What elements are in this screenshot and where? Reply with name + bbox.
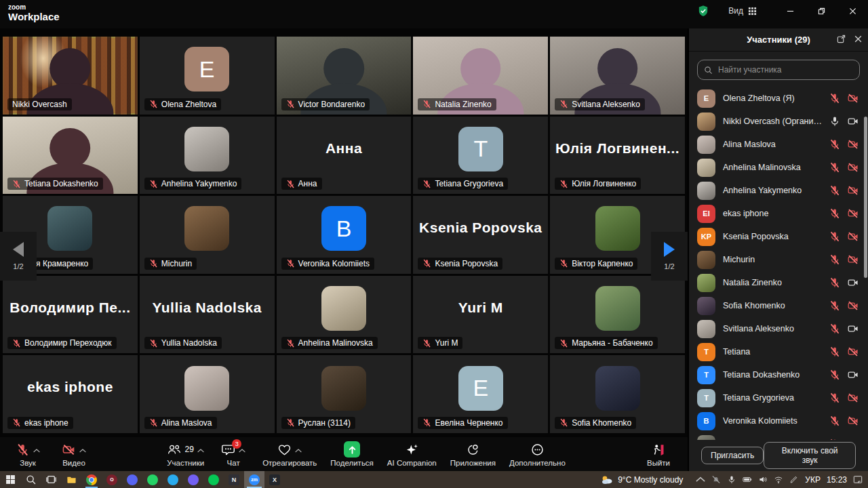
taskbar-snip-icon[interactable]: X <box>264 471 285 488</box>
toolbar-react-button[interactable]: Отреагировать <box>262 441 317 467</box>
toolbar-share-button[interactable]: Поделиться <box>330 441 374 467</box>
participant-tile[interactable]: Svitlana Aleksenko <box>550 37 685 115</box>
restore-button[interactable] <box>806 0 837 22</box>
participant-tile[interactable]: Nikki Overcash <box>3 37 138 115</box>
participant-tile[interactable]: Victor Bondarenko <box>277 37 412 115</box>
participant-row[interactable]: EIekas iphone <box>689 202 868 225</box>
participant-row[interactable]: TTetiana Dokashenko <box>689 363 868 386</box>
taskbar-whatsapp-icon[interactable] <box>142 471 163 488</box>
display-name: Yullia Nadolska <box>140 276 275 340</box>
toolbar-apps-button[interactable]: Приложения <box>450 441 496 467</box>
participant-tile[interactable]: Tetiana Dokashenko <box>3 117 138 195</box>
battery-icon[interactable] <box>743 475 752 484</box>
taskbar-file-explorer-icon[interactable] <box>61 471 81 488</box>
participant-name: Anhelina Yakymenko <box>161 179 237 188</box>
chevron-up-icon[interactable] <box>33 443 40 455</box>
mic-muted-icon <box>829 185 840 196</box>
toolbar-ai-button[interactable]: AI Companion <box>387 441 437 467</box>
participant-row[interactable]: Anhelina Yakymenko <box>689 179 868 202</box>
participant-row[interactable]: BVeronika Kolomiiets <box>689 409 868 432</box>
network-icon[interactable] <box>774 475 783 484</box>
unmute-self-button[interactable]: Включить свой звук <box>764 442 856 469</box>
participant-tile[interactable]: Володимир Пе...Володимир Переходюк <box>3 276 138 354</box>
chevron-up-icon[interactable] <box>696 475 705 484</box>
participant-tile[interactable]: ekas iphoneekas iphone <box>3 355 138 433</box>
taskbar-opera-icon[interactable]: O <box>102 471 122 488</box>
toolbar-chat-button[interactable]: 3Чат <box>218 441 249 467</box>
toolbar-participants-button[interactable]: 29Участники <box>167 441 204 467</box>
name-label: Юлія Логвиненко <box>555 178 641 190</box>
participant-row[interactable]: Svitlana Aleksenko <box>689 317 868 340</box>
close-button[interactable] <box>837 0 868 22</box>
invite-button[interactable]: Пригласить <box>701 447 764 464</box>
gallery-next-page-button[interactable]: 1/2 <box>651 232 688 281</box>
avatar-letter: E <box>473 375 488 401</box>
notification-center-icon[interactable] <box>853 475 863 484</box>
participant-tile[interactable]: Sofia Khomenko <box>550 355 685 433</box>
clock[interactable]: 15:23 <box>827 475 847 485</box>
letter-avatar: T <box>697 343 715 361</box>
participant-row[interactable]: EOlena Zheltova (Я) <box>689 87 868 110</box>
chevron-up-icon[interactable] <box>197 443 204 455</box>
language-indicator[interactable]: УКР <box>805 475 821 485</box>
camera-on-icon <box>848 439 859 440</box>
participant-tile[interactable]: EЕвеліна Черненко <box>413 355 548 433</box>
participant-row[interactable]: Natalia Zinenko <box>689 271 868 294</box>
toolbar-audio-button[interactable]: Звук <box>12 441 43 467</box>
toolbar-video-button[interactable]: Видео <box>58 441 90 467</box>
taskbar-chrome-icon[interactable] <box>81 471 102 488</box>
participant-row[interactable]: Sofia Khomenko <box>689 294 868 317</box>
close-panel-icon[interactable] <box>854 34 863 46</box>
taskbar-line-icon[interactable] <box>203 471 224 488</box>
pen-icon[interactable] <box>789 475 799 484</box>
minimize-button[interactable] <box>774 0 806 22</box>
taskbar-search-icon[interactable] <box>20 471 41 488</box>
participant-tile[interactable]: Юлія Логвинен...Юлія Логвиненко <box>550 117 685 195</box>
participant-tile[interactable]: АннаАнна <box>277 117 412 195</box>
taskbar-discord-icon[interactable] <box>122 471 142 488</box>
participant-tile[interactable]: BVeronika Kolomiiets <box>277 196 412 274</box>
taskbar-notepad-icon[interactable]: N <box>224 471 244 488</box>
participant-row[interactable]: KPKsenia Popovska <box>689 225 868 248</box>
participant-tile[interactable]: Руслан (3114) <box>277 355 412 433</box>
participant-tile[interactable]: EOlena Zheltova <box>140 37 275 115</box>
gallery-prev-page-button[interactable]: 1/2 <box>0 232 37 281</box>
participant-row[interactable]: Victor Bondarenko <box>689 432 868 440</box>
participant-row[interactable]: TTetiana Grygorieva <box>689 386 868 409</box>
name-label: Анна <box>281 178 322 190</box>
taskbar-task-view-icon[interactable] <box>41 471 61 488</box>
participant-row[interactable]: Anhelina Malinovska <box>689 156 868 179</box>
weather-widget[interactable]: 9°C Mostly cloudy <box>600 474 683 485</box>
participant-tile[interactable]: Yullia NadolskaYullia Nadolska <box>140 276 275 354</box>
avatar-letter: T <box>473 136 488 162</box>
participant-tile[interactable]: Марьяна - Бабаченко <box>550 276 685 354</box>
volume-icon[interactable] <box>758 475 768 484</box>
participant-tile[interactable]: TTetiana Grygorieva <box>413 117 548 195</box>
toolbar-button-label: Поделиться <box>330 459 374 467</box>
participant-tile[interactable]: Michurin <box>140 196 275 274</box>
participant-tile[interactable]: Anhelina Malinovska <box>277 276 412 354</box>
search-participant-input[interactable] <box>697 60 860 80</box>
taskbar-start-icon[interactable] <box>0 471 20 488</box>
participant-row[interactable]: Michurin <box>689 248 868 271</box>
scrollbar-thumb[interactable] <box>864 117 867 278</box>
chevron-up-icon[interactable] <box>295 443 302 455</box>
participant-tile[interactable]: Natalia Zinenko <box>413 37 548 115</box>
participant-tile[interactable]: Ksenia PopovskaKsenia Popovska <box>413 196 548 274</box>
toolbar-leave-button[interactable]: Выйти <box>643 441 674 467</box>
bell-muted-icon[interactable] <box>711 475 721 484</box>
participant-tile[interactable]: Alina Maslova <box>140 355 275 433</box>
taskbar-telegram-icon[interactable] <box>163 471 183 488</box>
toolbar-more-button[interactable]: Дополнительно <box>509 441 566 467</box>
taskbar-zoom-icon[interactable]: zm <box>244 471 264 488</box>
participant-tile[interactable]: Yuri MYuri M <box>413 276 548 354</box>
chevron-up-icon[interactable] <box>79 443 86 455</box>
participant-row[interactable]: TTetiana <box>689 340 868 363</box>
participant-tile[interactable]: Anhelina Yakymenko <box>140 117 275 195</box>
participant-row[interactable]: Nikki Overcash (Организатор) <box>689 110 868 133</box>
mic-icon[interactable] <box>727 475 736 484</box>
taskbar-viber-icon[interactable] <box>183 471 203 488</box>
popout-panel-icon[interactable] <box>837 34 846 46</box>
participant-row[interactable]: Alina Maslova <box>689 133 868 156</box>
view-menu-button[interactable]: Вид <box>728 6 757 16</box>
